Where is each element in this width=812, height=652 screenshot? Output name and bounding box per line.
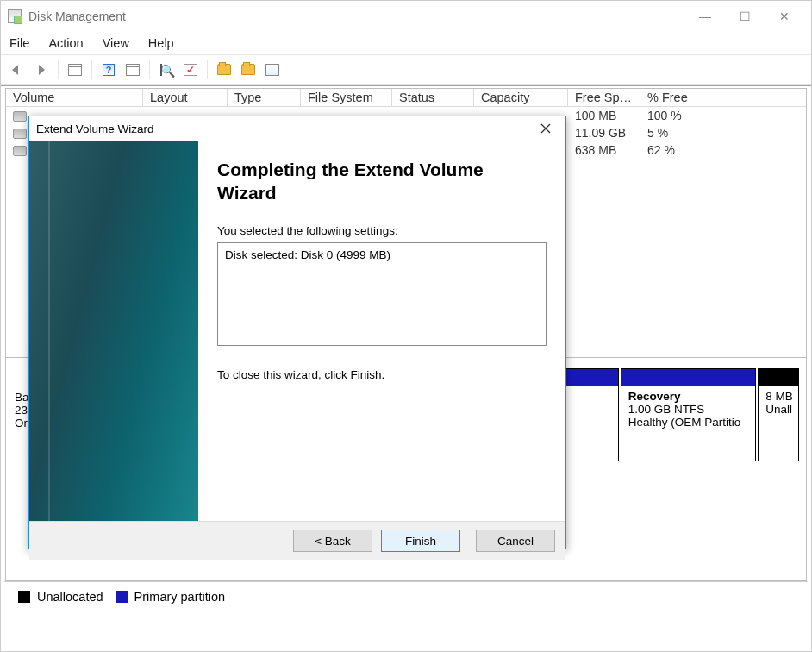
finish-button[interactable]: Finish bbox=[381, 530, 460, 552]
legend-label-primary: Primary partition bbox=[134, 590, 226, 604]
folder-button[interactable] bbox=[239, 60, 258, 79]
check-button[interactable]: ✓ bbox=[181, 60, 200, 79]
wizard-heading: Completing the Extend Volume Wizard bbox=[217, 158, 547, 205]
properties-button[interactable] bbox=[263, 60, 282, 79]
maximize-button[interactable]: ☐ bbox=[725, 3, 765, 29]
menu-help[interactable]: Help bbox=[148, 36, 174, 50]
list-icon bbox=[126, 64, 140, 76]
partition-unallocated[interactable]: 8 MB Unall bbox=[758, 368, 799, 461]
partition-title: Recovery bbox=[628, 390, 681, 403]
table-icon bbox=[68, 64, 82, 76]
window-titlebar: Disk Management — ☐ ✕ bbox=[1, 1, 811, 32]
toolbar: 🔍 ✓ bbox=[1, 55, 811, 85]
arrow-right-icon bbox=[34, 64, 48, 76]
partition-recovery[interactable]: Recovery 1.00 GB NTFS Healthy (OEM Parti… bbox=[621, 368, 756, 461]
cell-freespace: 100 MB bbox=[568, 107, 640, 124]
minimize-button[interactable]: — bbox=[685, 3, 725, 29]
partition-status: Unall bbox=[765, 403, 792, 416]
legend: Unallocated Primary partition bbox=[4, 581, 808, 611]
back-button[interactable]: < Back bbox=[293, 530, 372, 552]
legend-label-unallocated: Unallocated bbox=[37, 590, 103, 604]
cell-freespace: 638 MB bbox=[568, 141, 640, 159]
wizard-sidebar-image bbox=[29, 141, 198, 521]
refresh-button[interactable] bbox=[66, 60, 84, 79]
menu-view[interactable]: View bbox=[103, 36, 129, 50]
volume-icon bbox=[13, 129, 27, 139]
cell-pctfree: 100 % bbox=[640, 107, 806, 124]
wizard-subheading: You selected the following settings: bbox=[217, 224, 547, 237]
partition-size: 8 MB bbox=[765, 390, 793, 403]
col-filesystem[interactable]: File System bbox=[301, 89, 392, 106]
table-header: Volume Layout Type File System Status Ca… bbox=[6, 89, 806, 107]
help-button[interactable] bbox=[99, 60, 118, 79]
close-window-button[interactable]: ✕ bbox=[765, 3, 804, 29]
app-icon bbox=[8, 9, 22, 23]
col-type[interactable]: Type bbox=[228, 89, 301, 106]
properties-icon bbox=[265, 64, 279, 76]
volume-icon bbox=[13, 111, 27, 122]
volume-icon bbox=[13, 146, 27, 156]
nav-forward-button[interactable] bbox=[32, 60, 51, 79]
menu-bar: File Action View Help bbox=[1, 32, 811, 54]
col-layout[interactable]: Layout bbox=[143, 89, 228, 106]
list-button[interactable] bbox=[123, 60, 142, 79]
close-icon bbox=[540, 123, 551, 134]
folder-icon bbox=[241, 64, 255, 75]
folder-icon bbox=[217, 64, 231, 75]
legend-swatch-primary bbox=[116, 591, 128, 603]
menu-file[interactable]: File bbox=[9, 36, 29, 50]
menu-action[interactable]: Action bbox=[48, 36, 83, 50]
legend-swatch-unallocated bbox=[18, 591, 30, 603]
arrow-left-icon bbox=[10, 64, 24, 76]
nav-back-button[interactable] bbox=[8, 60, 27, 79]
window-title: Disk Management bbox=[28, 9, 685, 23]
col-freespace[interactable]: Free Sp… bbox=[568, 89, 640, 106]
help-icon bbox=[103, 64, 115, 76]
wizard-settings-text: Disk selected: Disk 0 (4999 MB) bbox=[225, 248, 390, 261]
magnifier-icon: 🔍 bbox=[160, 64, 172, 76]
check-icon: ✓ bbox=[184, 64, 197, 76]
scan-button[interactable]: 🔍 bbox=[157, 60, 176, 79]
partition-status: Healthy (OEM Partitio bbox=[628, 416, 741, 429]
col-pctfree[interactable]: % Free bbox=[640, 89, 806, 106]
dialog-footer: < Back Finish Cancel bbox=[29, 521, 565, 560]
dialog-titlebar: Extend Volume Wizard bbox=[29, 116, 565, 141]
cancel-button[interactable]: Cancel bbox=[476, 530, 555, 552]
wizard-hint: To close this wizard, click Finish. bbox=[217, 368, 547, 381]
col-volume[interactable]: Volume bbox=[6, 89, 143, 106]
partition-size: 1.00 GB NTFS bbox=[628, 403, 705, 416]
wizard-settings-box: Disk selected: Disk 0 (4999 MB) bbox=[217, 242, 547, 346]
col-capacity[interactable]: Capacity bbox=[474, 89, 568, 106]
dialog-title: Extend Volume Wizard bbox=[36, 122, 154, 135]
col-status[interactable]: Status bbox=[392, 89, 474, 106]
extend-volume-wizard-dialog: Extend Volume Wizard Completing the Exte… bbox=[28, 116, 566, 549]
cell-freespace: 11.09 GB bbox=[568, 124, 640, 141]
cell-pctfree: 62 % bbox=[640, 141, 806, 159]
folder-up-button[interactable] bbox=[215, 60, 234, 79]
dialog-close-button[interactable] bbox=[533, 119, 559, 138]
cell-pctfree: 5 % bbox=[640, 124, 806, 141]
